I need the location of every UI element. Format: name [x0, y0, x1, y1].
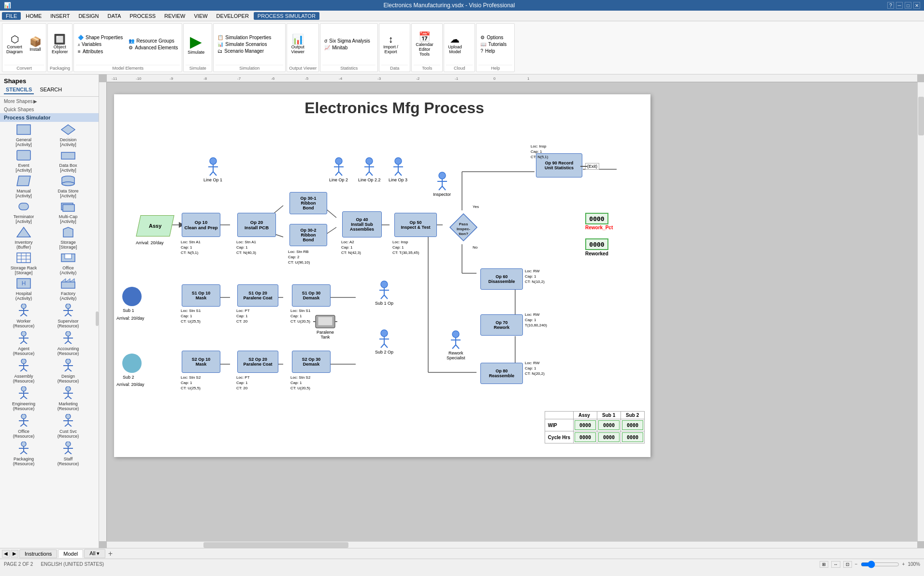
- maximize-button[interactable]: □: [905, 2, 911, 9]
- zoom-minus[interactable]: −: [855, 561, 858, 567]
- add-page-button[interactable]: +: [106, 549, 115, 558]
- menu-process[interactable]: PROCESS: [126, 12, 159, 20]
- shape-staff-resource[interactable]: Staff(Resource): [46, 441, 90, 467]
- page-tab-next[interactable]: ▶: [11, 550, 18, 558]
- menu-process-simulator[interactable]: PROCESS SIMULATOR: [254, 12, 319, 20]
- node-s1-op10[interactable]: S1 Op 10Mask: [182, 284, 220, 307]
- node-op70[interactable]: Op 70Rework: [480, 314, 523, 336]
- shape-assembly-resource[interactable]: Assembly(Resource): [2, 358, 45, 384]
- node-op30-1[interactable]: Op 30-1RibbonBond: [289, 192, 327, 214]
- node-op40[interactable]: Op 40Install SubAssemblies: [342, 211, 382, 237]
- tab-all[interactable]: All ▾: [84, 549, 105, 558]
- zoom-fit-button[interactable]: ⊞: [820, 561, 828, 568]
- node-op60[interactable]: Op 60Disassemble: [480, 268, 523, 290]
- shape-properties-button[interactable]: 🔷 Shape Properties: [76, 34, 125, 41]
- minimize-button[interactable]: ─: [896, 2, 903, 9]
- menu-design[interactable]: DESIGN: [74, 12, 102, 20]
- menu-review[interactable]: REVIEW: [160, 12, 189, 20]
- close-button[interactable]: ✕: [913, 2, 920, 9]
- zoom-slider[interactable]: [861, 561, 899, 568]
- node-op80[interactable]: Op 80Reassemble: [480, 363, 523, 384]
- upload-model-button[interactable]: ☁ UploadModel: [446, 33, 464, 55]
- node-assy[interactable]: Assy: [136, 215, 174, 236]
- node-s1-op30[interactable]: S1 Op 30Demask: [292, 284, 331, 307]
- attributes-button[interactable]: ≡ Attributes: [76, 48, 125, 55]
- shape-packaging-resource[interactable]: Packaging(Resource): [2, 441, 45, 467]
- shape-agent-resource[interactable]: Agent(Resource): [2, 330, 45, 357]
- vscrollbar[interactable]: [917, 82, 924, 541]
- shape-databox-activity[interactable]: Data Box[Activity]: [46, 149, 90, 174]
- menu-insert[interactable]: INSERT: [46, 12, 73, 20]
- shapes-category[interactable]: Process Simulator: [0, 113, 99, 122]
- node-sub2-start[interactable]: [122, 354, 142, 373]
- tab-stencils[interactable]: STENCILS: [4, 86, 34, 94]
- node-s1-op20[interactable]: S1 Op 20Paralene Coat: [237, 284, 278, 307]
- shape-terminator[interactable]: Terminator[Activity]: [2, 200, 45, 225]
- zoom-page-button[interactable]: ⊡: [843, 561, 852, 568]
- tab-instructions[interactable]: Instructions: [19, 549, 57, 558]
- import-export-button[interactable]: ↕ Import /Export: [381, 33, 400, 55]
- tutorials-button[interactable]: 📖 Tutorials: [478, 41, 508, 47]
- vscroll-thumb[interactable]: [918, 97, 924, 135]
- shape-general-activity[interactable]: General[Activity]: [2, 123, 45, 148]
- shape-inventory[interactable]: Inventory(Buffer): [2, 226, 45, 251]
- shape-multicap[interactable]: Multi-Cap[Activity]: [46, 200, 90, 225]
- shape-manual-activity[interactable]: Manual[Activity]: [2, 175, 45, 199]
- shape-storage-rack[interactable]: Storage Rack[Storage]: [2, 251, 45, 276]
- shape-office-resource[interactable]: Office(Resource): [2, 413, 45, 440]
- shape-worker-resource[interactable]: Worker(Resource): [2, 303, 45, 329]
- shape-office-activity[interactable]: Office(Activity): [46, 251, 90, 276]
- advanced-elements-button[interactable]: ⚙ Advanced Elements: [127, 44, 180, 51]
- object-explorer-button[interactable]: 🔲 ObjectExplorer: [50, 33, 70, 55]
- diagram-page[interactable]: Electronics Mfg Process Line Op 1 Line O…: [114, 94, 650, 457]
- node-op50[interactable]: Op 50Inspect & Test: [394, 213, 437, 237]
- shape-engineering-resource[interactable]: Engineering(Resource): [2, 385, 45, 412]
- node-op10[interactable]: Op 10Clean and Prep: [182, 213, 220, 237]
- menu-file[interactable]: FILE: [2, 12, 21, 20]
- tab-search[interactable]: SEARCH: [38, 86, 64, 94]
- shape-accounting-resource[interactable]: Accounting(Resource): [46, 330, 90, 357]
- simulate-button[interactable]: ▶ Simulate: [186, 33, 206, 56]
- simulation-properties-button[interactable]: 📋 Simulation Properties: [216, 34, 273, 41]
- node-s2-op10[interactable]: S2 Op 10Mask: [182, 351, 220, 373]
- node-s2-op30[interactable]: S2 Op 30Demask: [292, 351, 331, 373]
- resource-groups-button[interactable]: 👥 Resource Groups: [127, 38, 180, 44]
- shape-hospital[interactable]: H Hospital(Activity): [2, 277, 45, 302]
- shape-marketing-resource[interactable]: Marketing(Resource): [46, 385, 90, 412]
- shape-factory[interactable]: Factory(Activity): [46, 277, 90, 302]
- help-btn[interactable]: ? Help: [478, 48, 508, 54]
- canvas-viewport[interactable]: Electronics Mfg Process Line Op 1 Line O…: [107, 82, 917, 548]
- canvas-area[interactable]: -11 -10 -9 -8 -7 -6 -5 -4 -3 -2 -1 0 1: [99, 74, 924, 548]
- window-controls[interactable]: ? ─ □ ✕: [887, 2, 920, 9]
- output-viewer-button[interactable]: 📊 OutputViewer: [289, 33, 306, 55]
- menu-developer[interactable]: DEVELOPER: [213, 12, 253, 20]
- menu-home[interactable]: HOME: [22, 12, 45, 20]
- simulate-scenarios-button[interactable]: 📊 Simulate Scenarios: [216, 41, 273, 47]
- node-s2-op20[interactable]: S2 Op 20Paralene Coat: [237, 351, 278, 373]
- zoom-width-button[interactable]: ↔: [831, 561, 840, 568]
- node-op20[interactable]: Op 20Install PCB: [237, 213, 276, 237]
- panel-resize-handle[interactable]: [96, 311, 99, 326]
- hscrollbar[interactable]: [107, 541, 917, 548]
- scenario-manager-button[interactable]: 🗂 Scenario Manager: [216, 48, 273, 54]
- node-pass-inspection[interactable]: PassInspec-tion?: [449, 213, 478, 242]
- more-shapes-button[interactable]: More Shapes ▶: [4, 99, 37, 104]
- minitab-button[interactable]: 📈 Minitab: [322, 44, 372, 51]
- menu-view[interactable]: VIEW: [190, 12, 211, 20]
- shape-design-resource[interactable]: Design(Resource): [46, 358, 90, 384]
- install-button[interactable]: 📦 Install: [27, 36, 44, 53]
- shape-datastore-activity[interactable]: Data Store[Activity]: [46, 175, 90, 199]
- shape-event-activity[interactable]: Event[Activity]: [2, 149, 45, 174]
- convert-diagram-button[interactable]: ⬡ ConvertDiagram: [4, 33, 25, 55]
- tab-model[interactable]: Model: [58, 549, 83, 558]
- shape-custsvc-resource[interactable]: Cust Svc(Resource): [46, 413, 90, 440]
- hscroll-thumb[interactable]: [203, 542, 348, 548]
- page-tab-prev[interactable]: ◀: [2, 550, 10, 558]
- menu-data[interactable]: DATA: [104, 12, 125, 20]
- node-op30-2[interactable]: Op 30-2RibbonBond: [289, 224, 327, 246]
- shape-supervisor-resource[interactable]: Supervisor(Resource): [46, 303, 90, 329]
- options-button[interactable]: ⚙ Options: [478, 34, 508, 41]
- calendar-editor-button[interactable]: 📅 CalendarEditorTools: [414, 31, 435, 58]
- zoom-plus[interactable]: +: [902, 561, 905, 567]
- variables-button[interactable]: 𝑥 Variables: [76, 41, 125, 48]
